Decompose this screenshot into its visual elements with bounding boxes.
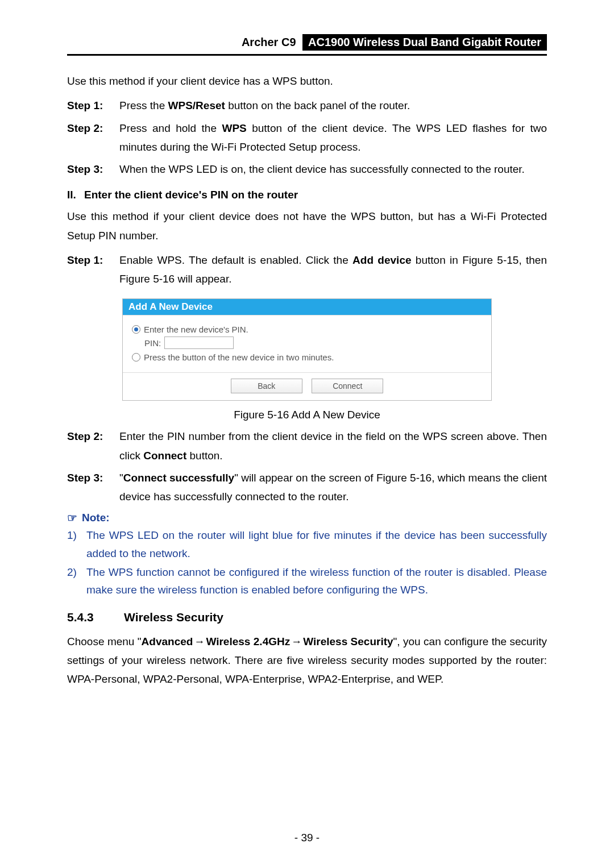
subhead-text: Enter the client device's PIN on the rou…	[84, 189, 298, 201]
header-product: AC1900 Wireless Dual Band Gigabit Router	[302, 34, 547, 51]
radio-option-button[interactable]: Press the button of the new device in tw…	[132, 352, 482, 362]
note-text: The WPS function cannot be configured if…	[86, 563, 547, 599]
figure-buttons: Back Connect	[123, 373, 491, 400]
step-label: Step 2:	[67, 119, 119, 157]
subhead-2: II. Enter the client device's PIN on the…	[67, 189, 547, 201]
pin-row: PIN:	[144, 337, 482, 349]
radio-dot-icon	[134, 327, 138, 331]
step-label: Step 1:	[67, 251, 119, 289]
header-model: Archer C9	[242, 36, 300, 49]
step-b1: Step 1: Enable WPS. The default is enabl…	[67, 251, 547, 289]
radio-icon	[132, 325, 140, 334]
step-text: "Connect successfully" will appear on th…	[119, 468, 547, 506]
note-item: 2) The WPS function cannot be configured…	[67, 563, 547, 599]
step-text: Press the WPS/Reset button on the back p…	[119, 96, 547, 115]
step-a3: Step 3: When the WPS LED is on, the clie…	[67, 160, 547, 178]
step-a1: Step 1: Press the WPS/Reset button on th…	[67, 96, 547, 115]
intro-text-1: Use this method if your client device ha…	[67, 72, 547, 90]
arrow-icon: →	[290, 636, 303, 647]
intro-text-2: Use this method if your client device do…	[67, 207, 547, 245]
note-list: 1) The WPS LED on the router will light …	[67, 526, 547, 599]
step-label: Step 2:	[67, 427, 119, 465]
menu-wireless24: Wireless 2.4GHz	[206, 636, 290, 647]
figure-title: Add A New Device	[123, 299, 491, 315]
radio-icon	[132, 353, 140, 362]
step-text: When the WPS LED is on, the client devic…	[119, 160, 547, 178]
note-num: 1)	[67, 526, 86, 562]
page: Archer C9 AC1900 Wireless Dual Band Giga…	[0, 0, 614, 688]
radio-option-pin[interactable]: Enter the new device's PIN.	[132, 325, 482, 334]
text-post: button.	[186, 450, 222, 462]
section-num: 5.4.3	[67, 610, 124, 624]
step-a2: Step 2: Press and hold the WPS button of…	[67, 119, 547, 157]
menu-advanced: Advanced	[142, 636, 193, 647]
menu-wireless-security: Wireless Security	[303, 636, 393, 647]
radio-label: Enter the new device's PIN.	[144, 325, 248, 334]
text-bold: WPS	[222, 122, 246, 134]
page-header: Archer C9 AC1900 Wireless Dual Band Giga…	[67, 34, 547, 56]
subhead-num: II.	[67, 189, 84, 201]
pin-label: PIN:	[144, 338, 161, 348]
step-text: Enter the PIN number from the client dev…	[119, 427, 547, 465]
text-pre: Press the	[119, 99, 168, 111]
text-bold: Connect	[143, 450, 186, 462]
section-title: Wireless Security	[124, 610, 223, 624]
radio-label: Press the button of the new device in tw…	[144, 352, 334, 362]
step-text: Press and hold the WPS button of the cli…	[119, 119, 547, 157]
connect-button[interactable]: Connect	[312, 379, 383, 393]
text-pre: Choose menu "	[67, 636, 142, 647]
note-num: 2)	[67, 563, 86, 599]
figure-caption: Figure 5-16 Add A New Device	[67, 409, 547, 421]
pointing-hand-icon: ☞	[67, 512, 77, 524]
note-heading: ☞ Note:	[67, 512, 547, 524]
text-pre: "	[119, 472, 123, 484]
step-label: Step 1:	[67, 96, 119, 115]
step-b3: Step 3: "Connect successfully" will appe…	[67, 468, 547, 506]
text-bold: Add device	[352, 254, 411, 266]
text-post: button on the back panel of the router.	[225, 99, 410, 111]
text-pre: Press and hold the	[119, 122, 222, 134]
page-number: - 39 -	[0, 832, 614, 844]
step-label: Step 3:	[67, 468, 119, 506]
pin-input[interactable]	[164, 337, 234, 349]
arrow-icon: →	[193, 636, 206, 647]
step-b2: Step 2: Enter the PIN number from the cl…	[67, 427, 547, 465]
text-bold: Connect successfully	[123, 472, 234, 484]
note-label: Note:	[82, 512, 110, 524]
step-label: Step 3:	[67, 160, 119, 178]
step-text: Enable WPS. The default is enabled. Clic…	[119, 251, 547, 289]
text-pre: Enable WPS. The default is enabled. Clic…	[119, 254, 352, 266]
note-item: 1) The WPS LED on the router will light …	[67, 526, 547, 562]
text-bold: WPS/Reset	[168, 99, 225, 111]
section-heading: 5.4.3 Wireless Security	[67, 610, 547, 624]
section-paragraph: Choose menu "Advanced→Wireless 2.4GHz→Wi…	[67, 632, 547, 689]
figure-add-device: Add A New Device Enter the new device's …	[122, 298, 492, 401]
back-button[interactable]: Back	[231, 379, 302, 393]
note-text: The WPS LED on the router will light blu…	[86, 526, 547, 562]
figure-body: Enter the new device's PIN. PIN: Press t…	[123, 315, 491, 373]
